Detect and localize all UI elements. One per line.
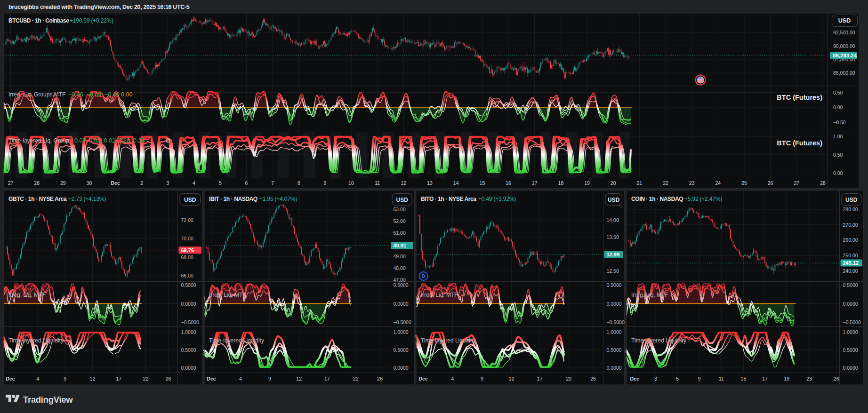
svg-text:21: 21 (636, 180, 642, 186)
svg-text:24: 24 (715, 180, 721, 186)
svg-text:−0.5000: −0.5000 (607, 319, 625, 325)
svg-text:3: 3 (167, 180, 169, 186)
svg-text:0.0000: 0.0000 (607, 365, 622, 371)
svg-text:1.0000: 1.0000 (843, 329, 858, 335)
svg-text:92,500.00: 92,500.00 (833, 30, 855, 35)
svg-text:0.5000: 0.5000 (607, 282, 622, 288)
svg-text:Dec: Dec (111, 180, 120, 186)
svg-text:52.00: 52.00 (394, 218, 406, 224)
svg-text:12.99: 12.99 (607, 252, 620, 257)
svg-text:1.0000: 1.0000 (394, 329, 409, 335)
svg-text:9: 9 (268, 376, 271, 381)
svg-text:−0.46 −0.64 −0.40: −0.46 −0.64 −0.40 (68, 91, 120, 98)
svg-text:17: 17 (762, 376, 768, 381)
svg-text:16: 16 (506, 180, 511, 186)
svg-text:19: 19 (784, 376, 789, 381)
svg-text:0.5000: 0.5000 (181, 282, 196, 288)
svg-text:0.0000: 0.0000 (843, 301, 858, 307)
svg-text:Time-layered Liquidity: Time-layered Liquidity (631, 337, 686, 344)
svg-text:BTC (Futures): BTC (Futures) (777, 139, 822, 147)
svg-text:0.5000: 0.5000 (394, 347, 409, 353)
svg-text:51.00: 51.00 (394, 230, 406, 236)
svg-text:0.0000: 0.0000 (394, 365, 409, 371)
svg-text:Irreg. Liq. Groups MTF: Irreg. Liq. Groups MTF (8, 91, 65, 98)
svg-text:49.00: 49.00 (394, 254, 406, 259)
svg-text:28: 28 (34, 180, 40, 186)
svg-text:Time-layered Liquidity: Time-layered Liquidity (421, 337, 476, 344)
svg-text:18: 18 (558, 180, 564, 186)
svg-text:28: 28 (820, 180, 826, 186)
svg-text:0.0000: 0.0000 (394, 301, 409, 307)
svg-text:Dec: Dec (6, 376, 15, 381)
svg-text:4: 4 (193, 180, 195, 186)
svg-text:Irreg. Liq. MTF: Irreg. Liq. MTF (209, 292, 246, 298)
svg-text:30: 30 (87, 180, 92, 186)
svg-text:−0.5000: −0.5000 (843, 319, 861, 325)
svg-text:85,000.00: 85,000.00 (833, 70, 855, 76)
svg-text:Time-layered Liquidity: Time-layered Liquidity (209, 337, 264, 344)
svg-text:29: 29 (60, 180, 66, 186)
svg-text:27: 27 (8, 180, 14, 186)
svg-text:13: 13 (427, 180, 433, 186)
svg-text:USD: USD (396, 197, 409, 203)
svg-text:Irreg. Liq. MTF: Irreg. Liq. MTF (8, 292, 46, 298)
svg-text:4: 4 (451, 376, 454, 381)
svg-text:3: 3 (654, 376, 657, 381)
svg-text:6: 6 (245, 180, 248, 186)
svg-text:22: 22 (353, 376, 359, 381)
svg-text:0.0000: 0.0000 (181, 365, 196, 371)
svg-text:26: 26 (166, 376, 171, 381)
svg-text:12: 12 (401, 180, 407, 186)
svg-text:+5.92 (+2.47%): +5.92 (+2.47%) (684, 196, 722, 202)
svg-text:22: 22 (566, 376, 572, 381)
svg-text:23: 23 (806, 376, 812, 381)
svg-text:Ø: Ø (166, 137, 170, 144)
svg-text:Time-layered Liq. Group: Time-layered Liq. Group (8, 137, 69, 144)
svg-text:0.5000: 0.5000 (394, 282, 409, 288)
svg-text:12.50: 12.50 (607, 268, 619, 274)
svg-text:48.00: 48.00 (394, 265, 406, 271)
svg-text:12: 12 (90, 376, 96, 381)
svg-text:11: 11 (375, 180, 380, 186)
svg-text:Irreg. Liq. MTF: Irreg. Liq. MTF (421, 292, 458, 298)
svg-text:0.0000: 0.0000 (843, 365, 858, 371)
svg-text:250.00: 250.00 (843, 253, 858, 258)
svg-text:4: 4 (36, 376, 39, 381)
svg-text:0.5000: 0.5000 (843, 347, 858, 353)
svg-text:15: 15 (480, 180, 485, 186)
svg-text:280.00: 280.00 (843, 206, 858, 212)
svg-text:9: 9 (698, 376, 700, 381)
svg-text:+190.59 (+0.22%): +190.59 (+0.22%) (70, 17, 113, 24)
svg-text:9: 9 (323, 180, 326, 186)
svg-text:12: 12 (509, 376, 514, 381)
svg-text:brucegibbs created with Tradin: brucegibbs created with TradingView.com,… (8, 4, 190, 10)
svg-text:USD: USD (838, 17, 851, 24)
svg-text:9: 9 (481, 376, 483, 381)
svg-text:0.50: 0.50 (833, 152, 843, 158)
svg-text:22: 22 (663, 180, 668, 186)
svg-text:0.5000: 0.5000 (181, 347, 196, 353)
svg-text:17: 17 (116, 376, 121, 381)
svg-text:COIN · 1h · NASDAQ: COIN · 1h · NASDAQ (631, 196, 683, 202)
svg-text:240.00: 240.00 (843, 268, 858, 274)
svg-text:70.00: 70.00 (181, 236, 193, 241)
svg-text:GBTC · 1h · NYSE Arca: GBTC · 1h · NYSE Arca (8, 196, 67, 202)
svg-text:USD: USD (845, 197, 858, 203)
svg-text:68.76: 68.76 (181, 247, 194, 253)
svg-text:4: 4 (239, 376, 242, 381)
svg-text:8: 8 (297, 180, 300, 186)
svg-text:−0.50: −0.50 (833, 119, 846, 125)
svg-text:1.0000: 1.0000 (607, 329, 622, 335)
svg-text:BTC (Futures): BTC (Futures) (777, 94, 822, 101)
svg-text:Dec: Dec (418, 376, 427, 381)
svg-text:27: 27 (794, 180, 799, 186)
svg-text:0.00: 0.00 (833, 104, 843, 110)
svg-text:22: 22 (143, 376, 149, 381)
svg-text:−0.5000: −0.5000 (394, 319, 411, 325)
svg-text:14: 14 (453, 180, 459, 186)
svg-text:26: 26 (834, 376, 839, 381)
svg-text:260.00: 260.00 (843, 237, 858, 243)
svg-text:26: 26 (377, 376, 383, 381)
svg-text:0.0000: 0.0000 (181, 301, 196, 307)
svg-text:USD: USD (608, 197, 620, 203)
